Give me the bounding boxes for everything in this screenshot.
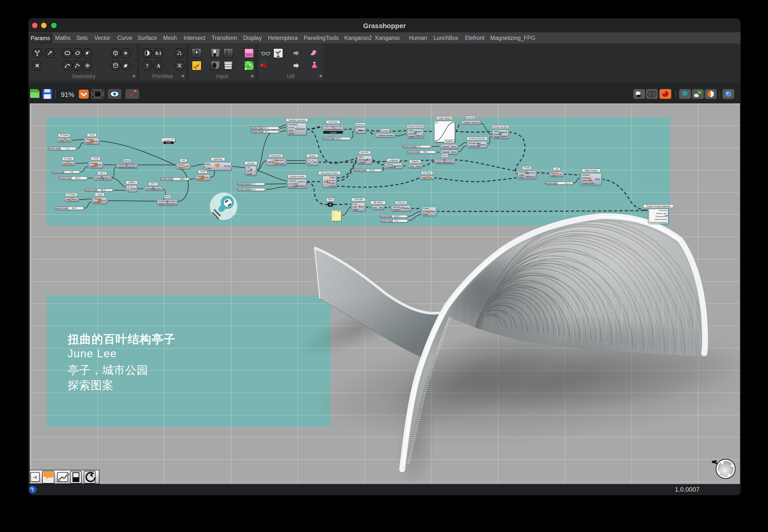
svg-text:Diffuse Bitmap: Diffuse Bitmap	[655, 218, 667, 220]
svg-text:Offset Surface: Offset Surface	[585, 169, 598, 172]
svg-text:Construct Domain: Construct Domain	[469, 137, 485, 139]
svg-text:A: A	[157, 63, 160, 69]
svg-text:Geometry: Geometry	[126, 163, 136, 166]
svg-text:A: A	[308, 159, 310, 162]
svg-text:Transform: Transform	[443, 161, 453, 164]
svg-text:Move: Move	[165, 195, 170, 198]
svg-text:Start: Start	[359, 156, 363, 158]
svg-text:XZ Plane: XZ Plane	[423, 172, 431, 174]
svg-text:Result: Result	[224, 165, 231, 167]
svg-text:Motion: Motion	[159, 203, 165, 205]
svg-text:Caps: Caps	[423, 213, 428, 216]
svg-text:0.1: 0.1	[565, 182, 568, 185]
svg-text:Populate Geometry: Populate Geometry	[288, 119, 306, 121]
svg-text:Point: Point	[328, 198, 333, 201]
svg-text:Number Slider: Number Slider	[85, 189, 97, 191]
svg-text:Transform: Transform	[166, 203, 176, 205]
svg-text:Unit X: Unit X	[99, 172, 105, 174]
svg-text:Point: Point	[324, 125, 329, 128]
svg-text:Distance: Distance	[334, 128, 342, 131]
svg-text:Closest: Closest	[330, 131, 337, 134]
svg-text:List: List	[247, 166, 250, 169]
svg-text:Move: Move	[125, 160, 130, 162]
svg-text:X: X	[152, 186, 154, 189]
svg-text:Number Slider: Number Slider	[407, 151, 420, 153]
svg-text:Number Slider: Number Slider	[251, 131, 263, 133]
svg-text:List: List	[361, 206, 364, 208]
svg-text:Number Slider: Number Slider	[381, 220, 393, 222]
svg-text:Addition: Addition	[128, 181, 136, 184]
svg-text:Parameters: Parameters	[294, 185, 305, 187]
svg-text:120: 120	[250, 183, 253, 185]
svg-text:Number Slider: Number Slider	[48, 148, 60, 150]
svg-text:Transform: Transform	[126, 166, 136, 168]
svg-text:Wrap: Wrap	[247, 173, 252, 175]
svg-text:Angle: Angle	[519, 174, 524, 176]
svg-text:50: 50	[101, 189, 103, 191]
svg-text:Distance: Distance	[583, 177, 591, 179]
svg-text:Number Slider: Number Slider	[545, 182, 557, 185]
svg-text:Brep: Brep	[206, 163, 210, 165]
svg-text:Active: Active	[166, 142, 171, 144]
svg-text:Number Slider: Number Slider	[380, 215, 392, 218]
svg-text:Radians: Radians	[445, 140, 453, 142]
svg-text:30: 30	[423, 151, 426, 153]
svg-text:Number Slider: Number Slider	[238, 189, 250, 191]
svg-text:Create Solid: Create Solid	[583, 182, 594, 185]
svg-text:Surface Frames: Surface Frames	[290, 175, 304, 178]
svg-text:Number Slider: Number Slider	[161, 178, 173, 180]
svg-text:7: 7	[146, 63, 148, 69]
svg-text:U dimension: U dimension	[273, 159, 284, 162]
svg-text:Custom Preview Materials: Custom Preview Materials	[646, 205, 671, 208]
svg-text:Flip Matrix: Flip Matrix	[373, 201, 383, 204]
svg-text:Transparency Bitmap: Transparency Bitmap	[649, 221, 667, 223]
svg-text:Dimensions: Dimensions	[271, 155, 281, 157]
svg-text:Motion: Motion	[118, 166, 125, 168]
svg-text:Origin: Origin	[329, 176, 335, 179]
svg-text:Vector: Vector	[395, 165, 401, 167]
svg-text:Plane: Plane	[519, 176, 524, 179]
svg-text:Number Slider: Number Slider	[251, 127, 263, 129]
svg-text:Closed: Closed	[393, 208, 399, 211]
svg-text:Bounds: Bounds	[382, 129, 389, 132]
svg-text:Number Slider: Number Slider	[52, 171, 64, 173]
svg-text:Remap Numbers: Remap Numbers	[493, 126, 508, 128]
svg-text:Surface: Surface	[583, 174, 590, 176]
svg-text:A: A	[127, 186, 129, 188]
svg-text:Number Slider: Number Slider	[323, 138, 335, 140]
svg-text:-x: -x	[33, 474, 37, 480]
svg-text:Domain: Domain	[472, 121, 479, 124]
svg-text:L -1: L -1	[332, 215, 335, 217]
svg-text:91%: 91%	[61, 91, 74, 98]
svg-text:Number Slider: Number Slider	[237, 183, 250, 185]
svg-text:Clipped: Clipped	[415, 135, 422, 137]
svg-text:Deconstruct Plane: Deconstruct Plane	[321, 172, 338, 174]
svg-text:V dimension: V dimension	[273, 162, 285, 165]
svg-text:200: 200	[336, 137, 340, 140]
svg-text:1000: 1000	[180, 178, 184, 180]
svg-text:Exceptions: Exceptions	[163, 139, 173, 141]
svg-text:Domain: Domain	[478, 143, 486, 146]
svg-text:Geometry: Geometry	[289, 123, 298, 126]
svg-text:Unit X: Unit X	[150, 183, 156, 185]
svg-text:Length: Length	[359, 161, 365, 164]
svg-text:Negative: Negative	[411, 160, 419, 162]
svg-text:Graph Mapper: Graph Mapper	[438, 117, 451, 119]
svg-text:0.05: 0.05	[394, 215, 398, 218]
svg-text:List Item: List Item	[247, 162, 255, 164]
svg-text:Number Slider: Number Slider	[56, 207, 68, 209]
svg-text:Clipped: Clipped	[500, 135, 507, 138]
svg-text:Move: Move	[442, 154, 447, 157]
svg-text:Circle: Circle	[89, 134, 94, 136]
svg-text:B: B	[308, 162, 310, 165]
svg-text:-x: -x	[414, 165, 416, 167]
svg-text:Number Slider: Number Slider	[403, 146, 415, 148]
svg-text:Target: Target	[494, 136, 500, 138]
svg-text:Line SDL: Line SDL	[361, 151, 369, 154]
svg-text:1.0.0007: 1.0.0007	[675, 486, 699, 493]
svg-text:Circle: Circle	[200, 170, 206, 173]
svg-text:Closest Point: Closest Point	[330, 125, 342, 128]
svg-text:40: 40	[72, 207, 74, 209]
svg-text:A: A	[357, 128, 358, 130]
svg-text:Bounds: Bounds	[467, 116, 474, 119]
